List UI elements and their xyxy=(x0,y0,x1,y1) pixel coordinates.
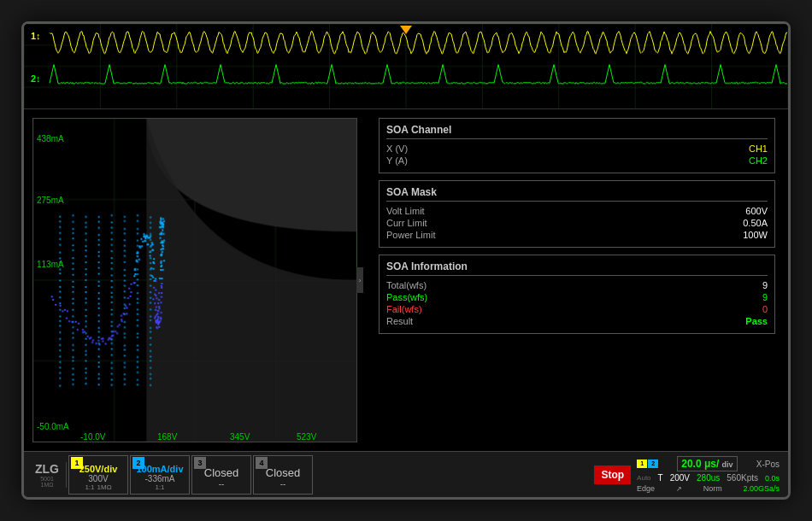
ch2-indicator: 2 xyxy=(648,460,658,468)
pass-value: 9 xyxy=(762,292,768,302)
ch1-number: 1 xyxy=(71,457,83,469)
total-row: Total(wfs) 9 xyxy=(386,280,768,290)
xpos-value: 0.0s xyxy=(765,474,780,483)
info-panel: SOA Channel X (V) CH1 Y (A) CH2 SOA Mask… xyxy=(366,109,788,451)
soa-canvas xyxy=(33,119,356,442)
t-value: 200V xyxy=(670,473,690,483)
result-value: Pass xyxy=(745,316,768,326)
soa-channel-title: SOA Channel xyxy=(386,124,768,139)
ch4-block[interactable]: 4 Closed -- xyxy=(253,455,313,495)
result-row: Result Pass xyxy=(386,316,768,326)
total-value: 9 xyxy=(762,280,768,290)
fail-value: 0 xyxy=(762,304,768,314)
fail-label: Fail(wfs) xyxy=(386,304,422,314)
soa-info-section: SOA Information Total(wfs) 9 Pass(wfs) 9… xyxy=(379,255,775,334)
edge-label: Edge xyxy=(637,484,655,493)
y-axis-label-4: -50.0mA xyxy=(37,422,69,431)
power-limit-label: Power Limit xyxy=(386,230,435,240)
power-limit-row: Power Limit 100W xyxy=(386,230,768,240)
pass-row: Pass(wfs) 9 xyxy=(386,292,768,302)
soa-mask-section: SOA Mask Volt Limit 600V Curr Limit 0.50… xyxy=(379,180,775,248)
curr-limit-label: Curr Limit xyxy=(386,218,427,228)
ch-indicators: 1 2 xyxy=(637,460,658,468)
power-limit-value: 100W xyxy=(743,230,768,240)
x-axis-label-1: -10.0V xyxy=(80,432,105,442)
ch3-number: 3 xyxy=(194,457,206,469)
curr-limit-value: 0.50A xyxy=(743,218,768,228)
status-bar: ZLG 50011MΩ 1 250V/div 300V 1:1 1MΩ 2 10… xyxy=(24,451,788,497)
ch1-indicator: 1 xyxy=(637,460,647,468)
waveform-canvas xyxy=(24,24,788,108)
top-waveform-area: 1↕ 2↕ xyxy=(24,24,788,109)
kpts-value: 560Kpts xyxy=(727,473,758,483)
time-div-row: 1 2 20.0 μs/ div X-Pos xyxy=(637,456,780,471)
xpos-label: X-Pos xyxy=(756,460,780,469)
soa-channel-section: SOA Channel X (V) CH1 Y (A) CH2 xyxy=(379,118,775,173)
x-axis-label-2: 168V xyxy=(157,432,177,442)
y-value: CH2 xyxy=(749,155,768,166)
pass-label: Pass(wfs) xyxy=(386,292,427,302)
ch2-block[interactable]: 2 100mA/div -336mA 1:1 xyxy=(130,455,190,495)
oscilloscope-display: 1↕ 2↕ 438mA 275mA 113mA -50.0mA -10.0V 1… xyxy=(21,21,791,500)
ch3-sub-value: -- xyxy=(219,479,225,489)
soa-channel-x-row: X (V) CH1 xyxy=(386,143,768,154)
t-label: T xyxy=(658,473,663,483)
auto-row: Auto T 200V 280us 560Kpts 0.0s xyxy=(637,473,780,483)
ch2-sub-info: 1:1 xyxy=(155,483,164,491)
volt-limit-label: Volt Limit xyxy=(386,206,425,216)
total-label: Total(wfs) xyxy=(386,280,427,290)
soa-channel-y-row: Y (A) CH2 xyxy=(386,155,768,166)
time-div-unit: div xyxy=(722,460,733,469)
stop-button[interactable]: Stop xyxy=(594,465,631,484)
soa-mask-title: SOA Mask xyxy=(386,186,768,202)
ch2-ratio: 1:1 xyxy=(155,483,164,491)
auto-label: Auto xyxy=(637,474,650,482)
trigger-icon: ↗ xyxy=(676,485,682,493)
right-panel: 1 2 20.0 μs/ div X-Pos Auto T 200V 280us… xyxy=(633,454,784,495)
logo-sub: 50011MΩ xyxy=(40,476,54,488)
volt-limit-value: 600V xyxy=(745,206,768,216)
ch1-ratio: 1:1 xyxy=(85,483,94,491)
x-axis-label-4: 523V xyxy=(297,432,316,442)
ch3-closed-label: Closed xyxy=(204,466,238,479)
expand-handle[interactable]: › xyxy=(356,267,363,293)
y-axis-label-1: 438mA xyxy=(37,134,64,143)
ch4-closed-label: Closed xyxy=(266,466,300,479)
ch1-sub-value: 300V xyxy=(88,474,108,483)
trigger-indicator xyxy=(400,26,412,34)
fail-row: Fail(wfs) 0 xyxy=(386,304,768,314)
ch1-overview-label: 1↕ xyxy=(31,31,41,41)
ch3-block[interactable]: 3 Closed -- xyxy=(191,455,251,495)
volt-limit-row: Volt Limit 600V xyxy=(386,206,768,216)
x-label: X (V) xyxy=(386,143,408,154)
ch2-sub-value: -336mA xyxy=(144,474,174,483)
ch1-impedance: 1MΩ xyxy=(97,483,112,491)
ch2-number: 2 xyxy=(132,457,144,469)
x-value: CH1 xyxy=(749,143,768,154)
y-label: Y (A) xyxy=(386,155,408,166)
curr-limit-row: Curr Limit 0.50A xyxy=(386,218,768,228)
ch1-block[interactable]: 1 250V/div 300V 1:1 1MΩ xyxy=(68,455,128,495)
ch2-overview-label: 2↕ xyxy=(31,73,41,84)
ch4-sub-value: -- xyxy=(280,479,286,489)
ch1-sub-info: 1:1 1MΩ xyxy=(85,483,111,491)
time-div-value: 20.0 μs/ xyxy=(681,458,719,470)
x-axis-label-3: 345V xyxy=(230,432,250,442)
time-div-display: 20.0 μs/ div xyxy=(677,456,737,471)
norm-label: Norm xyxy=(703,484,722,493)
ch4-number: 4 xyxy=(256,457,268,469)
y-axis-label-3: 113mA xyxy=(37,260,64,269)
sps-value: 2.00GSa/s xyxy=(743,484,780,493)
time-position-value: 280us xyxy=(697,473,720,483)
main-display: 438mA 275mA 113mA -50.0mA -10.0V 168V 34… xyxy=(24,109,788,451)
logo-area: ZLG 50011MΩ xyxy=(28,462,67,488)
logo-text: ZLG xyxy=(35,462,59,476)
edge-row: Edge ↗ Norm 2.00GSa/s xyxy=(637,484,780,493)
ch1-main-value: 250V/div xyxy=(79,464,118,474)
y-axis-label-2: 275mA xyxy=(37,196,64,205)
soa-plot: 438mA 275mA 113mA -50.0mA -10.0V 168V 34… xyxy=(32,118,357,442)
soa-info-title: SOA Information xyxy=(386,260,768,276)
result-label: Result xyxy=(386,316,413,326)
